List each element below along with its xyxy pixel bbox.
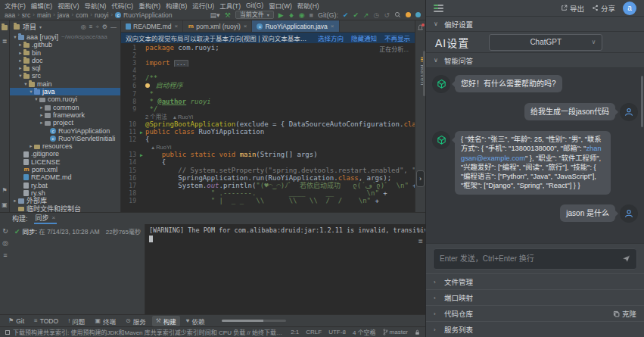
- close-icon[interactable]: ×: [244, 23, 247, 30]
- tree-chevron-icon[interactable]: ▾: [28, 88, 34, 95]
- tree-item[interactable]: ▾main: [10, 80, 120, 88]
- coverage-icon[interactable]: ◉: [299, 11, 305, 19]
- tree-item[interactable]: ▾src: [10, 72, 120, 80]
- search-everywhere-icon[interactable]: [394, 11, 401, 18]
- run-gutter-icon[interactable]: ▶: [138, 129, 145, 136]
- chevron-down-icon[interactable]: ▾: [39, 24, 42, 30]
- tree-chevron-icon[interactable]: ▸: [12, 197, 18, 204]
- menu-item[interactable]: 窗口(W): [269, 1, 292, 10]
- profile-dot-icon[interactable]: [415, 12, 421, 17]
- preferences-section-header[interactable]: ∨ 偏好设置: [426, 17, 644, 32]
- git-push-icon[interactable]: ↗: [363, 11, 369, 19]
- run-gutter-icon[interactable]: ▶: [138, 151, 145, 158]
- history-icon[interactable]: ◷: [374, 11, 380, 19]
- tree-item[interactable]: LICENSE: [10, 158, 120, 166]
- menu-item[interactable]: 文件(F): [5, 1, 26, 10]
- chat-bubble[interactable]: { "姓名": "张三", "年龄": 25, "性别": "男", "联系方式…: [455, 131, 611, 195]
- notification-action-link[interactable]: 不再显示: [384, 33, 410, 42]
- chat-bubble[interactable]: jason 是什么: [560, 204, 615, 222]
- tree-chevron-icon[interactable]: ▸: [17, 64, 23, 72]
- gear-icon[interactable]: ⚙: [102, 23, 107, 30]
- chat-bubble[interactable]: 给我生成一段jason代码: [524, 103, 615, 120]
- line-separator[interactable]: CRLF: [306, 329, 322, 335]
- notification-dot-icon[interactable]: [406, 12, 411, 17]
- close-icon[interactable]: ×: [175, 23, 179, 30]
- chat-scrollbar[interactable]: [641, 76, 643, 127]
- tree-chevron-icon[interactable]: ▸: [39, 111, 45, 119]
- export-button[interactable]: 导出: [561, 3, 584, 14]
- stop-button[interactable]: ■: [310, 11, 313, 19]
- close-icon[interactable]: ×: [331, 23, 334, 30]
- hide-panel-icon[interactable]: —: [110, 23, 117, 30]
- menu-item[interactable]: 视图(V): [58, 1, 79, 10]
- tree-item[interactable]: 临时文件和控制台: [10, 205, 120, 212]
- chat-input[interactable]: [440, 254, 618, 263]
- breadcrumb-item[interactable]: ruoyi: [95, 11, 108, 19]
- soft-wrap-icon[interactable]: ≡: [418, 226, 423, 235]
- tree-chevron-icon[interactable]: ▾: [23, 80, 29, 88]
- tree-item[interactable]: ▸resources: [10, 142, 120, 150]
- project-panel-title[interactable]: 项目: [23, 22, 36, 32]
- menu-item[interactable]: 工具(T): [219, 1, 241, 10]
- section-服务列表[interactable]: ›服务列表: [426, 321, 644, 337]
- tool-tab-terminal[interactable]: ▣终端: [91, 316, 120, 326]
- debug-button[interactable]: [288, 12, 294, 18]
- menu-item[interactable]: 导航(N): [85, 1, 107, 10]
- tree-chevron-icon[interactable]: ▸: [39, 119, 45, 126]
- filter-icon[interactable]: ≡: [3, 251, 7, 259]
- expand-panel-button[interactable]: ›: [416, 170, 425, 187]
- breadcrumb-item[interactable]: main: [37, 11, 51, 19]
- tree-item[interactable]: ▸project: [10, 119, 120, 126]
- breadcrumb-item[interactable]: RuoYiApplication: [123, 11, 172, 19]
- menu-icon[interactable]: [434, 5, 443, 12]
- editor-tab[interactable]: README.md×: [121, 20, 183, 32]
- menu-item[interactable]: 帮助(H): [297, 1, 319, 10]
- tree-chevron-icon[interactable]: ▾: [12, 33, 18, 41]
- share-button[interactable]: 分享: [592, 3, 615, 14]
- tree-item[interactable]: mpom.xml: [10, 166, 120, 173]
- tool-tab-todo[interactable]: ≡TODO: [30, 317, 62, 326]
- bookmark-tool-icon[interactable]: ⚑: [2, 187, 7, 194]
- breadcrumb-item[interactable]: aaa: [5, 11, 15, 19]
- tree-item[interactable]: ▸sql: [10, 64, 120, 72]
- tool-tab-problems[interactable]: !问题: [64, 316, 89, 326]
- breadcrumb-item[interactable]: src: [22, 11, 30, 19]
- build-status-pane[interactable]: ✔同步: 在 7/14/23, 10:28 AM 22秒765毫秒: [11, 224, 145, 314]
- tree-item[interactable]: ▸bin: [10, 49, 120, 57]
- build-console[interactable]: [WARNING] The POM for com.alibaba:druid:…: [145, 224, 425, 314]
- tree-item[interactable]: ry.sh: [10, 189, 120, 197]
- menu-item[interactable]: Git(G): [246, 2, 263, 9]
- tool-tab-build[interactable]: ⚒构建: [152, 316, 180, 326]
- menu-item[interactable]: 编辑(E): [31, 1, 52, 10]
- collapse-all-icon[interactable]: ÷: [95, 23, 98, 30]
- indent-setting[interactable]: 4 个空格: [353, 328, 376, 336]
- close-icon[interactable]: ×: [52, 214, 56, 221]
- notification-action-link[interactable]: 选择方向: [318, 33, 344, 42]
- scroll-end-icon[interactable]: ≣: [418, 237, 423, 245]
- git-branch[interactable]: master: [383, 329, 408, 335]
- code-editor[interactable]: 正在分析... 1package com.ruoyi;23import ...4…: [121, 43, 415, 212]
- menu-item[interactable]: 构建(B): [166, 1, 187, 10]
- tree-item[interactable]: cRuoYiServletInitiali: [10, 135, 120, 142]
- section-代码仓库[interactable]: ›代码仓库克隆: [426, 305, 644, 321]
- structure-tool-icon[interactable]: ≣: [2, 38, 8, 45]
- tool-tab-dependencies[interactable]: ♥依赖: [182, 316, 209, 326]
- run-configurations-icon[interactable]: ▤▾: [210, 11, 220, 19]
- breadcrumb-item[interactable]: java: [58, 11, 70, 19]
- locate-file-icon[interactable]: ◎: [81, 23, 86, 30]
- tree-item[interactable]: ▸framework: [10, 111, 120, 119]
- tree-chevron-icon[interactable]: ▸: [17, 41, 23, 48]
- editor-tab[interactable]: cRuoYiApplication.java×: [252, 20, 339, 32]
- tree-chevron-icon[interactable]: ▸: [39, 104, 45, 111]
- rerun-icon[interactable]: ↻: [2, 227, 8, 235]
- git-commit-icon[interactable]: ✔: [353, 11, 359, 19]
- tree-chevron-icon[interactable]: ▾: [17, 72, 23, 80]
- tree-chevron-icon[interactable]: ▸: [17, 57, 23, 64]
- user-avatar[interactable]: a: [623, 2, 636, 15]
- file-encoding[interactable]: UTF-8: [328, 329, 346, 335]
- tree-item[interactable]: README.md: [10, 173, 120, 181]
- lock-icon[interactable]: [415, 329, 420, 335]
- tree-item[interactable]: .gitignore: [10, 150, 120, 158]
- tree-item[interactable]: ▸common: [10, 104, 120, 111]
- editor-tab[interactable]: mpom.xml (ruoyi)×: [183, 20, 252, 32]
